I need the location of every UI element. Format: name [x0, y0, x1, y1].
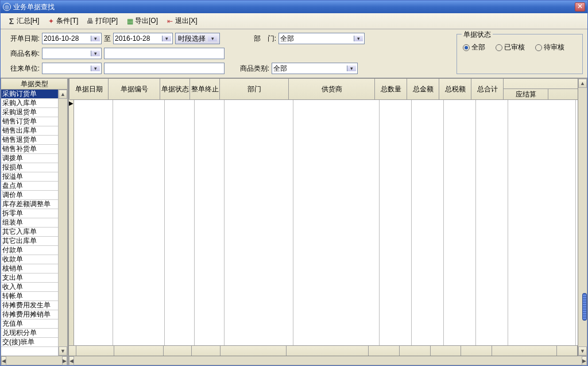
- grid-body[interactable]: ▶: [69, 100, 578, 345]
- window-title: 业务单据查找: [13, 2, 575, 12]
- condition-button[interactable]: ✦ 条件[T]: [44, 15, 82, 27]
- print-label: 打印[P]: [95, 16, 118, 26]
- doc-type-list[interactable]: 采购订货单采购入库单采购退货单销售订货单销售出库单销售退货单销售补货单调拨单报损…: [1, 90, 58, 356]
- export-button[interactable]: ▦ 导出[O]: [122, 15, 161, 27]
- side-handle[interactable]: [582, 293, 587, 321]
- data-grid[interactable]: 单据日期 单据编号 单据状态 整单终止 部门 供货商 总数量 总金额 总税额 总…: [68, 78, 578, 356]
- radio-label: 待审核: [544, 43, 564, 52]
- condition-icon: ✦: [47, 17, 55, 25]
- doc-type-item[interactable]: 调拨单: [1, 154, 58, 163]
- scroll-down-icon[interactable]: ▼: [59, 346, 67, 356]
- col-settle[interactable]: 应结算: [504, 89, 548, 99]
- status-radio-全部[interactable]: 全部: [463, 43, 485, 52]
- doc-type-hscroll[interactable]: ◀ ▶: [1, 356, 68, 365]
- col-total[interactable]: 总合计: [471, 79, 503, 99]
- close-button[interactable]: ✕: [575, 2, 585, 11]
- chevron-down-icon: ▾: [208, 36, 217, 41]
- scroll-up-icon[interactable]: ▲: [59, 90, 67, 99]
- content-area: 单据类型 采购订货单采购入库单采购退货单销售订货单销售出库单销售退货单销售补货单…: [1, 78, 587, 365]
- doc-type-item[interactable]: 其它入库单: [1, 228, 58, 237]
- doc-type-item[interactable]: 兑现积分单: [1, 329, 58, 338]
- grid-scroll-up-icon[interactable]: ▲: [578, 79, 587, 88]
- export-label: 导出[O]: [135, 16, 158, 26]
- doc-type-item[interactable]: 组装单: [1, 218, 58, 228]
- date-to-dropdown-icon[interactable]: ▾: [162, 36, 171, 41]
- date-to-input[interactable]: 2016-10-28 ▾: [113, 33, 173, 44]
- doc-type-item[interactable]: 转帐单: [1, 292, 58, 301]
- scroll-right-icon[interactable]: ▶: [62, 356, 67, 365]
- period-select-button[interactable]: 时段选择 ▾: [175, 33, 220, 44]
- summary-button[interactable]: Σ 汇总[H]: [4, 15, 42, 27]
- grid-scroll-down-icon[interactable]: ▼: [578, 346, 587, 356]
- dept-dropdown-icon[interactable]: ▾: [354, 36, 363, 41]
- partner-name-input[interactable]: [104, 63, 225, 74]
- scroll-track[interactable]: [59, 99, 67, 346]
- col-status[interactable]: 单据状态: [160, 79, 189, 99]
- col-qty[interactable]: 总数量: [375, 79, 407, 99]
- doc-type-item[interactable]: 调价单: [1, 191, 58, 200]
- doc-type-item[interactable]: 收款单: [1, 255, 58, 264]
- status-radio-待审核[interactable]: 待审核: [535, 43, 564, 52]
- titlebar: ◎ 业务单据查找 ✕: [1, 1, 587, 13]
- doc-type-vscroll[interactable]: ▲ ▼: [58, 90, 67, 356]
- doc-type-item[interactable]: 报溢单: [1, 172, 58, 182]
- date-from-dropdown-icon[interactable]: ▾: [91, 36, 100, 41]
- doc-type-item[interactable]: 销售退货单: [1, 136, 58, 145]
- doc-type-header: 单据类型: [1, 78, 68, 90]
- doc-type-pane: 单据类型 采购订货单采购入库单采购退货单销售订货单销售出库单销售退货单销售补货单…: [1, 78, 68, 365]
- doc-type-item[interactable]: 收入单: [1, 283, 58, 292]
- doc-type-item[interactable]: 核销单: [1, 264, 58, 273]
- col-vendor[interactable]: 供货商: [289, 79, 374, 99]
- col-tax[interactable]: 总税额: [439, 79, 471, 99]
- grid-hscroll[interactable]: ◀ ▶: [68, 356, 587, 365]
- scroll-left-icon[interactable]: ◀: [1, 356, 6, 365]
- doc-type-item[interactable]: 采购退货单: [1, 108, 58, 117]
- doc-type-item[interactable]: 待摊费用摊销单: [1, 310, 58, 319]
- col-amount[interactable]: 总金额: [407, 79, 439, 99]
- doc-type-item[interactable]: 销售订货单: [1, 117, 58, 126]
- product-combo[interactable]: ▾: [42, 48, 102, 59]
- doc-type-item[interactable]: 采购入库单: [1, 99, 58, 108]
- grid-scroll-left-icon[interactable]: ◀: [69, 356, 74, 365]
- doc-type-item[interactable]: 采购订货单: [1, 90, 58, 99]
- doc-type-item[interactable]: 其它出库单: [1, 237, 58, 246]
- radio-icon: [496, 44, 502, 51]
- status-radio-已审核[interactable]: 已审核: [496, 43, 525, 52]
- col-dept[interactable]: 部门: [220, 79, 288, 99]
- exit-button[interactable]: ⇤ 退出[X]: [163, 15, 201, 27]
- date-from-input[interactable]: 2016-10-28 ▾: [42, 33, 102, 44]
- current-row-indicator-icon: ▶: [69, 100, 74, 106]
- col-terminate[interactable]: 整单终止: [190, 79, 219, 99]
- col-pre-next[interactable]: [548, 89, 578, 99]
- doc-type-item[interactable]: 待摊费用发生单: [1, 301, 58, 310]
- doc-type-item[interactable]: 盘点单: [1, 182, 58, 191]
- doc-type-item[interactable]: 支出单: [1, 273, 58, 283]
- grid-scroll-right-icon[interactable]: ▶: [582, 356, 587, 365]
- dept-combo[interactable]: 全部 ▾: [278, 33, 365, 44]
- doc-type-item[interactable]: 销售补货单: [1, 145, 58, 154]
- doc-type-item[interactable]: 报损单: [1, 163, 58, 172]
- doc-type-item[interactable]: 充值单: [1, 319, 58, 329]
- summary-label: 汇总[H]: [17, 16, 39, 26]
- partner-dropdown-icon[interactable]: ▾: [91, 66, 100, 71]
- partner-label: 往来单位:: [5, 64, 40, 74]
- print-button[interactable]: 🖶 打印[P]: [83, 15, 121, 27]
- product-dropdown-icon[interactable]: ▾: [91, 51, 100, 56]
- category-combo[interactable]: 全部 ▾: [272, 63, 358, 74]
- doc-type-item[interactable]: 库存差额调整单: [1, 200, 58, 209]
- export-icon: ▦: [126, 17, 134, 25]
- doc-type-item[interactable]: 交(接)班单: [1, 338, 58, 347]
- exit-label: 退出[X]: [175, 16, 198, 26]
- doc-type-item[interactable]: 付款单: [1, 246, 58, 255]
- col-pre-group[interactable]: 预: [504, 79, 578, 89]
- grid-header: 单据日期 单据编号 单据状态 整单终止 部门 供货商 总数量 总金额 总税额 总…: [69, 79, 578, 100]
- product-name-input[interactable]: [104, 48, 225, 59]
- col-code[interactable]: 单据编号: [109, 79, 160, 99]
- col-date[interactable]: 单据日期: [69, 79, 108, 99]
- toolbar: Σ 汇总[H] ✦ 条件[T] 🖶 打印[P] ▦ 导出[O] ⇤ 退出[X]: [1, 13, 587, 29]
- doc-type-item[interactable]: 拆零单: [1, 209, 58, 218]
- partner-combo[interactable]: ▾: [42, 63, 102, 74]
- category-dropdown-icon[interactable]: ▾: [347, 66, 356, 71]
- doc-type-item[interactable]: 销售出库单: [1, 126, 58, 136]
- date-to-label: 至: [104, 34, 111, 44]
